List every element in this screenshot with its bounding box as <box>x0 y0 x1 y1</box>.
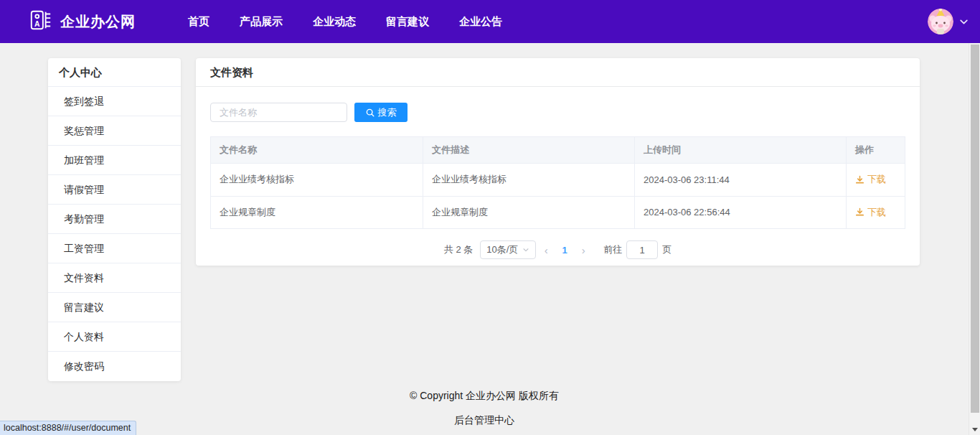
documents-panel: 文件资料 搜索 文件名称 文件描述 上传时间 操作 企业业绩考核指标 <box>196 58 920 266</box>
footer: © Copyright 企业办公网 版权所有 后台管理中心 <box>0 390 969 427</box>
main-nav: 首页 产品展示 企业动态 留言建议 企业公告 <box>173 0 517 43</box>
user-area <box>928 9 970 34</box>
sidebar-item-checkin[interactable]: 签到签退 <box>48 87 181 116</box>
page-size-value: 10条/页 <box>486 243 518 256</box>
search-row: 搜索 <box>210 103 905 122</box>
page-number-1[interactable]: 1 <box>556 245 573 256</box>
sidebar-title: 个人中心 <box>48 58 181 87</box>
scrollbar-down-button[interactable] <box>969 424 980 435</box>
column-header-upload-time: 上传时间 <box>635 137 847 164</box>
chevron-down-icon <box>522 246 529 253</box>
scroll-down-arrow-icon <box>972 428 978 431</box>
status-url: localhost:8888/#/user/document <box>0 421 136 435</box>
goto-unit-label: 页 <box>662 243 672 256</box>
pagination-total: 共 2 条 <box>444 243 473 256</box>
nav-item-feedback[interactable]: 留言建议 <box>371 0 444 43</box>
sidebar-item-profile[interactable]: 个人资料 <box>48 322 181 352</box>
user-menu-chevron-down-icon[interactable] <box>959 17 969 27</box>
sidebar-item-overtime[interactable]: 加班管理 <box>48 146 181 175</box>
page-size-select[interactable]: 10条/页 <box>480 240 536 259</box>
pagination: 共 2 条 10条/页 ‹ 1 › 前往 页 <box>196 240 920 259</box>
sidebar-item-salary[interactable]: 工资管理 <box>48 234 181 263</box>
download-button[interactable]: 下载 <box>855 173 886 186</box>
prev-page-button[interactable]: ‹ <box>536 244 556 256</box>
copyright-text: © Copyright 企业办公网 版权所有 <box>0 390 969 403</box>
cell-file-name: 企业业绩考核指标 <box>211 164 423 197</box>
nav-item-announcements[interactable]: 企业公告 <box>444 0 517 43</box>
table-row: 企业规章制度 企业规章制度 2024-03-06 22:56:44 下载 <box>211 196 905 229</box>
cell-upload-time: 2024-03-06 22:56:44 <box>635 196 847 229</box>
goto-page-input[interactable] <box>626 240 658 259</box>
nav-item-news[interactable]: 企业动态 <box>298 0 371 43</box>
cell-file-desc: 企业业绩考核指标 <box>423 164 635 197</box>
search-button[interactable]: 搜索 <box>354 103 407 122</box>
table-header-row: 文件名称 文件描述 上传时间 操作 <box>211 137 905 164</box>
sidebar-item-documents[interactable]: 文件资料 <box>48 263 181 293</box>
scrollbar-thumb[interactable] <box>971 45 979 413</box>
vertical-scrollbar[interactable] <box>969 43 980 435</box>
sidebar-item-feedback[interactable]: 留言建议 <box>48 293 181 322</box>
avatar[interactable] <box>928 9 953 34</box>
search-icon <box>366 108 374 117</box>
goto-label: 前往 <box>603 243 622 256</box>
sidebar-item-password[interactable]: 修改密码 <box>48 352 181 381</box>
admin-center-link[interactable]: 后台管理中心 <box>454 414 514 427</box>
sidebar-item-leave[interactable]: 请假管理 <box>48 175 181 205</box>
brand[interactable]: A 企业办公网 <box>29 8 136 35</box>
top-header: A 企业办公网 首页 产品展示 企业动态 留言建议 企业公告 <box>0 0 980 43</box>
column-header-file-desc: 文件描述 <box>423 137 635 164</box>
download-label: 下载 <box>867 206 886 219</box>
download-icon <box>855 207 864 217</box>
sidebar-item-attendance[interactable]: 考勤管理 <box>48 205 181 234</box>
search-button-label: 搜索 <box>378 106 397 119</box>
brand-title: 企业办公网 <box>60 12 136 32</box>
logo-icon: A <box>29 8 53 35</box>
table-row: 企业业绩考核指标 企业业绩考核指标 2024-03-06 23:11:44 下载 <box>211 164 905 197</box>
download-label: 下载 <box>867 173 886 186</box>
sidebar-item-rewards[interactable]: 奖惩管理 <box>48 116 181 146</box>
column-header-file-name: 文件名称 <box>211 137 423 164</box>
cell-upload-time: 2024-03-06 23:11:44 <box>635 164 847 197</box>
goto-page-group: 前往 页 <box>603 240 672 259</box>
search-input[interactable] <box>210 103 347 122</box>
svg-text:A: A <box>34 20 40 28</box>
cell-file-desc: 企业规章制度 <box>423 196 635 229</box>
next-page-button[interactable]: › <box>573 244 593 256</box>
documents-table: 文件名称 文件描述 上传时间 操作 企业业绩考核指标 企业业绩考核指标 2024… <box>210 136 905 229</box>
column-header-actions: 操作 <box>847 137 905 164</box>
download-icon <box>855 175 864 184</box>
sidebar: 个人中心 签到签退 奖惩管理 加班管理 请假管理 考勤管理 工资管理 文件资料 … <box>48 58 181 381</box>
page-title: 文件资料 <box>196 58 920 87</box>
download-button[interactable]: 下载 <box>855 206 886 219</box>
nav-item-home[interactable]: 首页 <box>173 0 225 43</box>
cell-file-name: 企业规章制度 <box>211 196 423 229</box>
nav-item-products[interactable]: 产品展示 <box>225 0 298 43</box>
